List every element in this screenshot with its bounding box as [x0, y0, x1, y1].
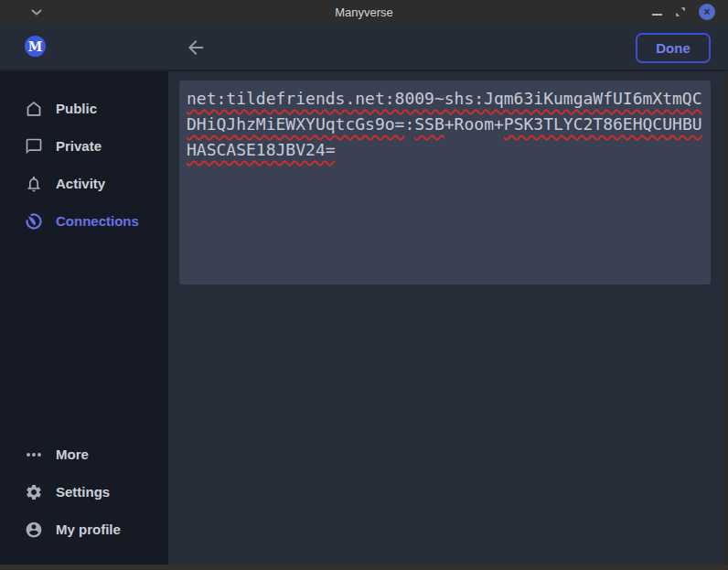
- window-edge-right: [723, 71, 728, 565]
- sidebar-item-label: More: [56, 446, 89, 462]
- invite-line: net:tildefriends.net:8009~shs:Jqm63iKumg…: [187, 86, 703, 112]
- invite-segment: PSK3TLYC2T86EHQCUHBU: [504, 114, 702, 134]
- sidebar-item-more[interactable]: More: [0, 436, 168, 473]
- sidebar-item-private[interactable]: Private: [0, 127, 168, 165]
- sidebar-item-my-profile[interactable]: My profile: [0, 511, 168, 548]
- restore-icon[interactable]: [675, 6, 686, 17]
- sidebar-item-label: Settings: [56, 484, 110, 500]
- sidebar-top-group: Public Private Activity Connections: [0, 90, 168, 240]
- gauge-icon: [25, 212, 43, 231]
- sidebar-item-label: Connections: [56, 213, 139, 229]
- bell-icon: [25, 175, 43, 193]
- sidebar-item-label: Private: [56, 138, 102, 154]
- close-icon[interactable]: ×: [699, 4, 715, 20]
- app-header: M Done: [0, 24, 728, 71]
- invite-line: HASCASE18JBV24=: [187, 137, 703, 163]
- gear-icon: [25, 483, 43, 501]
- window-title: Manyverse: [0, 5, 728, 19]
- sidebar-item-connections[interactable]: Connections: [0, 202, 168, 240]
- invite-code-input[interactable]: net:tildefriends.net:8009~shs:Jqm63iKumg…: [179, 81, 711, 285]
- manyverse-logo-icon: M: [25, 36, 46, 57]
- invite-segment: +Room+: [444, 114, 504, 134]
- minimize-icon[interactable]: [652, 14, 662, 16]
- home-icon: [25, 100, 43, 118]
- sidebar-item-label: My profile: [56, 522, 121, 537]
- sidebar-item-activity[interactable]: Activity: [0, 165, 168, 202]
- invite-segment: SSB: [414, 114, 444, 134]
- window-edge-bottom: [0, 565, 728, 570]
- window-menu-chevron-icon[interactable]: [31, 9, 42, 16]
- invite-segment: DHiQJhzMiEWXYUqtcGs9o=: [187, 114, 404, 134]
- sidebar-item-settings[interactable]: Settings: [0, 473, 168, 511]
- sidebar-item-label: Activity: [56, 176, 105, 191]
- done-button[interactable]: Done: [636, 33, 711, 63]
- main-content: net:tildefriends.net:8009~shs:Jqm63iKumg…: [168, 71, 728, 565]
- invite-segment: net:tildefriends.net:8009~shs:Jqm63iKumg…: [187, 89, 702, 108]
- sidebar-item-label: Public: [56, 101, 97, 116]
- more-dots-icon: [25, 446, 43, 464]
- sidebar-bottom-group: More Settings My profile: [0, 436, 168, 548]
- chat-bubble-icon: [25, 137, 43, 156]
- profile-icon: [25, 521, 43, 539]
- invite-segment: :: [404, 114, 414, 134]
- titlebar: Manyverse ×: [0, 0, 728, 24]
- invite-line: DHiQJhzMiEWXYUqtcGs9o=:SSB+Room+PSK3TLYC…: [187, 112, 703, 137]
- sidebar: Public Private Activity Connections: [0, 71, 168, 565]
- back-arrow-icon[interactable]: [184, 36, 208, 59]
- window-controls: ×: [652, 0, 715, 24]
- sidebar-item-public[interactable]: Public: [0, 90, 168, 127]
- invite-segment: HASCASE18JBV24=: [187, 140, 336, 159]
